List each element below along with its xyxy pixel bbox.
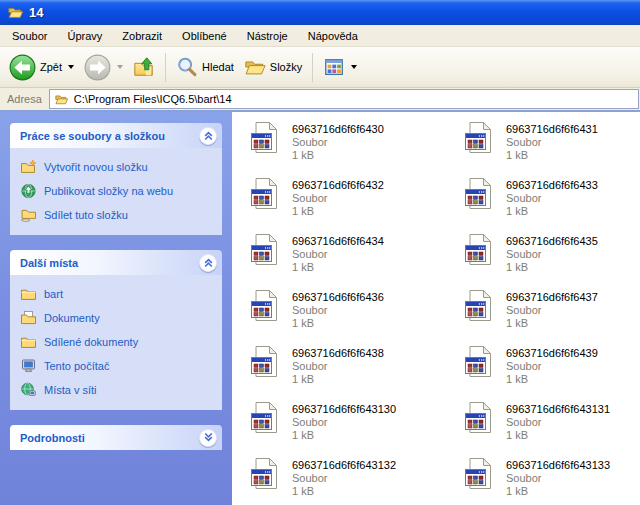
file-tile[interactable]: 6963716d6f6f6431 Soubor 1 kB <box>462 121 640 177</box>
place-mista-v-siti[interactable]: Místa v síti <box>20 382 218 398</box>
file-name: 6963716d6f6f6438 <box>292 345 384 360</box>
task-share-folder[interactable]: Sdílet tuto složku <box>20 207 218 223</box>
toolbar-separator <box>165 53 166 82</box>
file-tile[interactable]: 6963716d6f6f643131 Soubor 1 kB <box>462 401 640 457</box>
file-tile[interactable]: 6963716d6f6f6438 Soubor 1 kB <box>248 345 462 401</box>
file-type: Soubor <box>506 192 598 205</box>
file-name: 6963716d6f6f643131 <box>506 401 610 416</box>
documents-folder-icon <box>20 310 37 326</box>
views-dropdown-caret[interactable] <box>351 65 357 69</box>
place-sdilene-dokumenty[interactable]: Sdílené dokumenty <box>20 334 218 350</box>
file-icon <box>248 121 281 154</box>
file-name: 6963716d6f6f6439 <box>506 345 598 360</box>
task-publish-web[interactable]: Publikovat složky na webu <box>20 183 218 199</box>
search-button[interactable]: Hledat <box>171 54 239 80</box>
file-size: 1 kB <box>506 317 598 330</box>
file-name: 6963716d6f6f643132 <box>292 457 396 472</box>
file-name: 6963716d6f6f6430 <box>292 121 384 136</box>
file-icon <box>248 401 281 434</box>
back-icon <box>9 54 36 81</box>
window-folder-icon <box>7 5 24 20</box>
menu-zobrazit[interactable]: Zobrazit <box>112 27 172 45</box>
shared-documents-icon <box>20 334 37 350</box>
file-info: 6963716d6f6f6432 Soubor 1 kB <box>292 177 384 218</box>
folders-button[interactable]: Složky <box>239 54 307 80</box>
file-tile[interactable]: 6963716d6f6f6439 Soubor 1 kB <box>462 345 640 401</box>
forward-dropdown-caret[interactable] <box>117 65 123 69</box>
collapse-button[interactable] <box>199 127 217 145</box>
file-tile[interactable]: 6963716d6f6f643133 Soubor 1 kB <box>462 457 640 505</box>
task-share-folder-label: Sdílet tuto složku <box>44 209 128 221</box>
folder-up-icon <box>133 56 155 78</box>
title-bar[interactable]: 14 <box>0 0 640 25</box>
panel-other-places-title: Další místa <box>20 257 78 269</box>
file-tile[interactable]: 6963716d6f6f6432 Soubor 1 kB <box>248 177 462 233</box>
views-button[interactable] <box>318 54 362 80</box>
menu-napoveda[interactable]: Nápověda <box>298 27 368 45</box>
forward-button[interactable] <box>79 52 128 83</box>
file-tile[interactable]: 6963716d6f6f6435 Soubor 1 kB <box>462 233 640 289</box>
file-name: 6963716d6f6f6432 <box>292 177 384 192</box>
back-button[interactable]: Zpět <box>4 52 79 83</box>
file-icon <box>462 401 495 434</box>
panel-file-tasks-header[interactable]: Práce se soubory a složkou <box>10 123 222 148</box>
file-tile[interactable]: 6963716d6f6f643130 Soubor 1 kB <box>248 401 462 457</box>
file-name: 6963716d6f6f6437 <box>506 289 598 304</box>
menu-nastroje[interactable]: Nástroje <box>237 27 298 45</box>
file-icon <box>248 233 281 266</box>
collapse-button[interactable] <box>199 254 217 272</box>
panel-other-places-body: bart Dokumenty Sdílené dokumenty Tento p… <box>10 275 222 410</box>
up-button[interactable] <box>128 54 160 80</box>
task-new-folder-label: Vytvořit novou složku <box>44 161 148 173</box>
my-computer-icon <box>20 358 37 374</box>
file-info: 6963716d6f6f6433 Soubor 1 kB <box>506 177 598 218</box>
place-bart[interactable]: bart <box>20 286 218 302</box>
file-size: 1 kB <box>506 485 610 498</box>
file-icon <box>248 345 281 378</box>
place-tento-pocitac-label: Tento počítač <box>44 360 109 372</box>
file-icon <box>462 121 495 154</box>
address-label: Adresa <box>7 93 42 105</box>
file-tile[interactable]: 6963716d6f6f643132 Soubor 1 kB <box>248 457 462 505</box>
menu-oblibene[interactable]: Oblíbené <box>172 27 237 45</box>
address-input[interactable]: C:\Program Files\ICQ6.5\bart\14 <box>49 89 639 109</box>
file-tile[interactable]: 6963716d6f6f6437 Soubor 1 kB <box>462 289 640 345</box>
file-tile[interactable]: 6963716d6f6f6436 Soubor 1 kB <box>248 289 462 345</box>
forward-icon <box>84 54 111 81</box>
task-new-folder[interactable]: Vytvořit novou složku <box>20 159 218 175</box>
address-path: C:\Program Files\ICQ6.5\bart\14 <box>74 93 232 105</box>
menu-bar: Soubor Úpravy Zobrazit Oblíbené Nástroje… <box>0 25 640 47</box>
file-type: Soubor <box>506 360 598 373</box>
chevron-down-icon <box>203 432 214 443</box>
menu-upravy[interactable]: Úpravy <box>57 27 112 45</box>
file-size: 1 kB <box>506 373 598 386</box>
file-tile[interactable]: 6963716d6f6f6434 Soubor 1 kB <box>248 233 462 289</box>
file-tile[interactable]: 6963716d6f6f6430 Soubor 1 kB <box>248 121 462 177</box>
publish-web-icon <box>20 183 37 199</box>
file-icon <box>248 457 281 490</box>
menu-soubor[interactable]: Soubor <box>2 27 57 45</box>
file-icon <box>248 289 281 322</box>
file-name: 6963716d6f6f6434 <box>292 233 384 248</box>
panel-details-title: Podrobnosti <box>20 432 85 444</box>
file-type: Soubor <box>292 248 384 261</box>
file-tile[interactable]: 6963716d6f6f6433 Soubor 1 kB <box>462 177 640 233</box>
place-dokumenty[interactable]: Dokumenty <box>20 310 218 326</box>
file-size: 1 kB <box>506 205 598 218</box>
file-info: 6963716d6f6f6439 Soubor 1 kB <box>506 345 598 386</box>
file-type: Soubor <box>506 136 598 149</box>
expand-button[interactable] <box>199 429 217 447</box>
panel-details-header[interactable]: Podrobnosti <box>10 425 222 450</box>
explorer-window: 14 Soubor Úpravy Zobrazit Oblíbené Nástr… <box>0 0 640 505</box>
file-size: 1 kB <box>292 317 384 330</box>
panel-other-places-header[interactable]: Další místa <box>10 250 222 275</box>
toolbar: Zpět Hledat Složky <box>0 47 640 88</box>
file-info: 6963716d6f6f6435 Soubor 1 kB <box>506 233 598 274</box>
file-info: 6963716d6f6f643132 Soubor 1 kB <box>292 457 396 498</box>
back-dropdown-caret[interactable] <box>68 65 74 69</box>
place-tento-pocitac[interactable]: Tento počítač <box>20 358 218 374</box>
file-size: 1 kB <box>292 429 396 442</box>
file-icon <box>462 289 495 322</box>
task-pane: Práce se soubory a složkou Vytvořit novo… <box>0 112 232 505</box>
toolbar-separator <box>312 53 313 82</box>
